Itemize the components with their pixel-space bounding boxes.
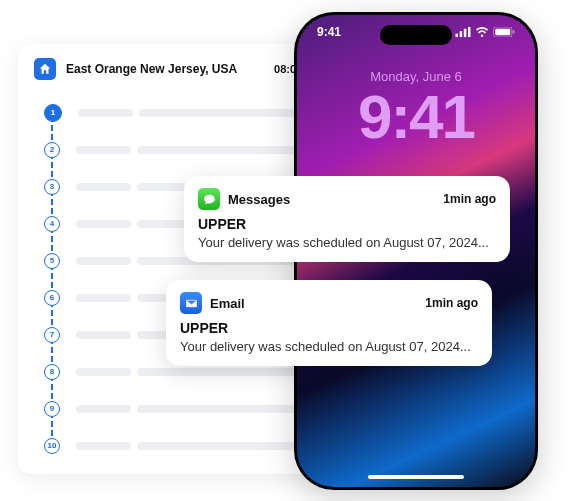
stops-list: 12345678910 xyxy=(34,94,322,464)
stop-number: 10 xyxy=(44,438,60,454)
stop-number: 7 xyxy=(44,327,60,343)
stop-row[interactable]: 1 xyxy=(44,94,322,131)
notification-title: UPPER xyxy=(180,320,478,336)
stop-row[interactable]: 9 xyxy=(44,390,322,427)
home-indicator xyxy=(368,475,464,479)
svg-rect-5 xyxy=(495,29,510,36)
placeholder-line xyxy=(76,183,131,191)
route-header: East Orange New Jersey, USA 08:00 AM xyxy=(34,58,322,80)
notification-timestamp: 1min ago xyxy=(425,296,478,310)
stop-number: 6 xyxy=(44,290,60,306)
stop-number: 2 xyxy=(44,142,60,158)
stop-number: 9 xyxy=(44,401,60,417)
notification-app: Email xyxy=(210,296,425,311)
placeholder-line xyxy=(76,405,131,413)
messages-icon xyxy=(198,188,220,210)
signal-icon xyxy=(455,27,471,37)
placeholder-line xyxy=(76,146,131,154)
notification-header: Messages 1min ago xyxy=(198,188,496,210)
stop-number: 1 xyxy=(44,104,62,122)
placeholder-line xyxy=(76,368,131,376)
notification-title: UPPER xyxy=(198,216,496,232)
placeholder-line xyxy=(78,109,133,117)
placeholder-line xyxy=(76,257,131,265)
notification-body: Your delivery was scheduled on August 07… xyxy=(198,235,496,250)
svg-rect-6 xyxy=(513,30,515,33)
stop-number: 5 xyxy=(44,253,60,269)
placeholder-line xyxy=(76,442,131,450)
svg-rect-3 xyxy=(468,27,471,37)
placeholder-line xyxy=(76,294,131,302)
stop-number: 4 xyxy=(44,216,60,232)
placeholder-line xyxy=(76,331,131,339)
stop-number: 3 xyxy=(44,179,60,195)
svg-rect-0 xyxy=(456,34,459,37)
svg-rect-2 xyxy=(464,29,467,37)
notification-timestamp: 1min ago xyxy=(443,192,496,206)
wifi-icon xyxy=(475,27,489,37)
route-location: East Orange New Jersey, USA xyxy=(66,62,274,76)
stop-row[interactable]: 10 xyxy=(44,427,322,464)
battery-icon xyxy=(493,27,515,37)
status-indicators xyxy=(455,25,515,39)
dynamic-island xyxy=(380,25,452,45)
svg-rect-1 xyxy=(460,31,463,37)
placeholder-line xyxy=(76,220,131,228)
status-time: 9:41 xyxy=(317,25,341,39)
notification-header: Email 1min ago xyxy=(180,292,478,314)
home-icon xyxy=(34,58,56,80)
stop-row[interactable]: 2 xyxy=(44,131,322,168)
stop-number: 8 xyxy=(44,364,60,380)
notification-messages[interactable]: Messages 1min ago UPPER Your delivery wa… xyxy=(184,176,510,262)
lock-time: 9:41 xyxy=(297,86,535,148)
notification-body: Your delivery was scheduled on August 07… xyxy=(180,339,478,354)
notification-email[interactable]: Email 1min ago UPPER Your delivery was s… xyxy=(166,280,492,366)
email-icon xyxy=(180,292,202,314)
notification-app: Messages xyxy=(228,192,443,207)
